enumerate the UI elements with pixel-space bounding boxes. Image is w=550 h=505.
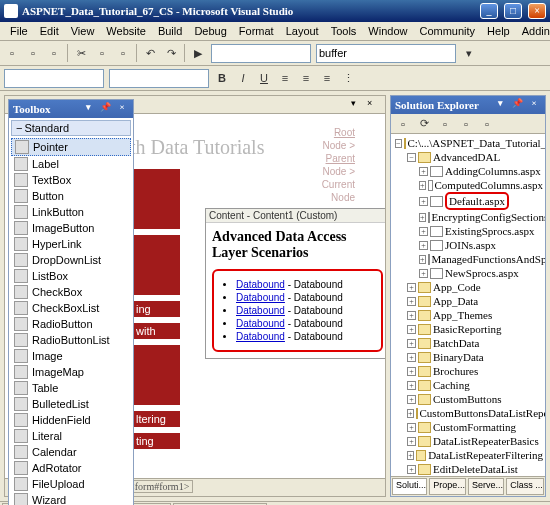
tree-node[interactable]: +EncryptingConfigSections.aspx — [393, 210, 543, 224]
tag-form[interactable]: <form#form1> — [125, 480, 193, 493]
dropdown-icon[interactable]: ▾ — [351, 98, 365, 112]
tree-node[interactable]: +DataListRepeaterFiltering — [393, 448, 543, 462]
run-icon[interactable]: ▶ — [188, 43, 208, 63]
tab-properties[interactable]: Prope... — [429, 478, 466, 495]
expand-icon[interactable]: − — [407, 153, 416, 162]
dropdown-icon[interactable]: ▾ — [493, 98, 507, 112]
properties-icon[interactable]: ▫ — [393, 114, 413, 134]
expand-icon[interactable]: + — [407, 325, 416, 334]
view-icon[interactable]: ▫ — [456, 114, 476, 134]
expand-icon[interactable]: + — [419, 227, 428, 236]
find-icon[interactable]: ▾ — [459, 43, 479, 63]
underline-icon[interactable]: U — [254, 68, 274, 88]
databound-link[interactable]: Databound — [236, 279, 285, 290]
tool-item-listbox[interactable]: ListBox — [11, 268, 131, 284]
expand-icon[interactable]: + — [419, 241, 428, 250]
tree-node[interactable]: +Default.aspx — [393, 192, 543, 210]
open-icon[interactable]: ▫ — [23, 43, 43, 63]
expand-icon[interactable]: + — [407, 423, 416, 432]
nav-block[interactable]: ltering — [130, 411, 180, 427]
expand-icon[interactable]: + — [419, 197, 428, 206]
redo-icon[interactable]: ↷ — [161, 43, 181, 63]
copy-icon[interactable]: ▫ — [92, 43, 112, 63]
tool-item-radiobutton[interactable]: RadioButton — [11, 316, 131, 332]
tool-item-linkbutton[interactable]: LinkButton — [11, 204, 131, 220]
tree-node[interactable]: +Brochures — [393, 364, 543, 378]
expand-icon[interactable]: + — [407, 465, 416, 474]
tree-node[interactable]: +ManagedFunctionsAndSprocs.aspx — [393, 252, 543, 266]
maximize-button[interactable]: □ — [504, 3, 522, 19]
close-icon[interactable]: × — [367, 98, 381, 112]
tool-item-checkboxlist[interactable]: CheckBoxList — [11, 300, 131, 316]
tool-item-textbox[interactable]: TextBox — [11, 172, 131, 188]
nav-block[interactable]: with — [130, 323, 180, 339]
align-center-icon[interactable]: ≡ — [296, 68, 316, 88]
tree-node[interactable]: +AddingColumns.aspx — [393, 164, 543, 178]
copy-icon[interactable]: ▫ — [477, 114, 497, 134]
expand-icon[interactable]: + — [407, 297, 416, 306]
menu-window[interactable]: Window — [362, 24, 413, 38]
tool-item-imagebutton[interactable]: ImageButton — [11, 220, 131, 236]
tree-node[interactable]: +Caching — [393, 378, 543, 392]
find-input[interactable] — [316, 44, 456, 63]
expand-icon[interactable]: + — [407, 437, 416, 446]
tool-item-wizard[interactable]: Wizard — [11, 492, 131, 505]
databound-link[interactable]: Databound — [236, 305, 285, 316]
tool-item-checkbox[interactable]: CheckBox — [11, 284, 131, 300]
nav-block[interactable] — [130, 235, 180, 295]
databound-link[interactable]: Databound — [236, 292, 285, 303]
tool-item-literal[interactable]: Literal — [11, 428, 131, 444]
expand-icon[interactable]: + — [407, 451, 414, 460]
dropdown-icon[interactable]: ▾ — [81, 102, 95, 116]
root-link[interactable]: Root — [334, 127, 355, 138]
expand-icon[interactable]: + — [407, 367, 416, 376]
tool-item-calendar[interactable]: Calendar — [11, 444, 131, 460]
expand-icon[interactable]: − — [395, 139, 402, 148]
close-icon[interactable]: × — [115, 102, 129, 116]
menu-debug[interactable]: Debug — [188, 24, 232, 38]
tree-node[interactable]: +BinaryData — [393, 350, 543, 364]
tree-node[interactable]: +ExistingSprocs.aspx — [393, 224, 543, 238]
menu-help[interactable]: Help — [481, 24, 516, 38]
tool-item-label[interactable]: Label — [11, 156, 131, 172]
expand-icon[interactable]: + — [419, 167, 428, 176]
solution-tree[interactable]: −C:\...\ASPNET_Data_Tutorial_67_CS\−Adva… — [391, 134, 545, 476]
expand-icon[interactable]: + — [407, 381, 416, 390]
bold-icon[interactable]: B — [212, 68, 232, 88]
tree-node[interactable]: +DataListRepeaterBasics — [393, 434, 543, 448]
tab-server[interactable]: Serve... — [468, 478, 504, 495]
tool-item-pointer[interactable]: Pointer — [11, 138, 131, 156]
tree-node[interactable]: +CustomButtonsDataListRepeater — [393, 406, 543, 420]
expand-icon[interactable]: + — [407, 339, 416, 348]
close-icon[interactable]: × — [527, 98, 541, 112]
italic-icon[interactable]: I — [233, 68, 253, 88]
align-right-icon[interactable]: ≡ — [317, 68, 337, 88]
nav-block[interactable]: ing — [130, 301, 180, 317]
tree-node[interactable]: +App_Themes — [393, 308, 543, 322]
toolbox-category[interactable]: − Standard — [11, 120, 131, 136]
menu-build[interactable]: Build — [152, 24, 188, 38]
expand-icon[interactable]: + — [407, 395, 416, 404]
pin-icon[interactable]: 📌 — [510, 98, 524, 112]
expand-icon[interactable]: + — [407, 283, 416, 292]
tree-node[interactable]: −C:\...\ASPNET_Data_Tutorial_67_CS\ — [393, 136, 543, 150]
nest-icon[interactable]: ▫ — [435, 114, 455, 134]
expand-icon[interactable]: + — [419, 181, 426, 190]
expand-icon[interactable]: + — [407, 409, 414, 418]
align-left-icon[interactable]: ≡ — [275, 68, 295, 88]
tree-node[interactable]: −AdvancedDAL — [393, 150, 543, 164]
list-icon[interactable]: ⋮ — [338, 68, 358, 88]
tool-item-radiobuttonlist[interactable]: RadioButtonList — [11, 332, 131, 348]
tab-solution[interactable]: Soluti... — [392, 478, 427, 495]
databound-link[interactable]: Databound — [236, 318, 285, 329]
menu-community[interactable]: Community — [413, 24, 481, 38]
close-button[interactable]: × — [528, 3, 546, 19]
tree-node[interactable]: +CustomFormatting — [393, 420, 543, 434]
menu-tools[interactable]: Tools — [325, 24, 363, 38]
new-icon[interactable]: ▫ — [2, 43, 22, 63]
expand-icon[interactable]: + — [407, 353, 416, 362]
config-dropdown[interactable] — [211, 44, 311, 63]
tree-node[interactable]: +EditDeleteDataList — [393, 462, 543, 476]
menu-website[interactable]: Website — [100, 24, 152, 38]
tree-node[interactable]: +BatchData — [393, 336, 543, 350]
